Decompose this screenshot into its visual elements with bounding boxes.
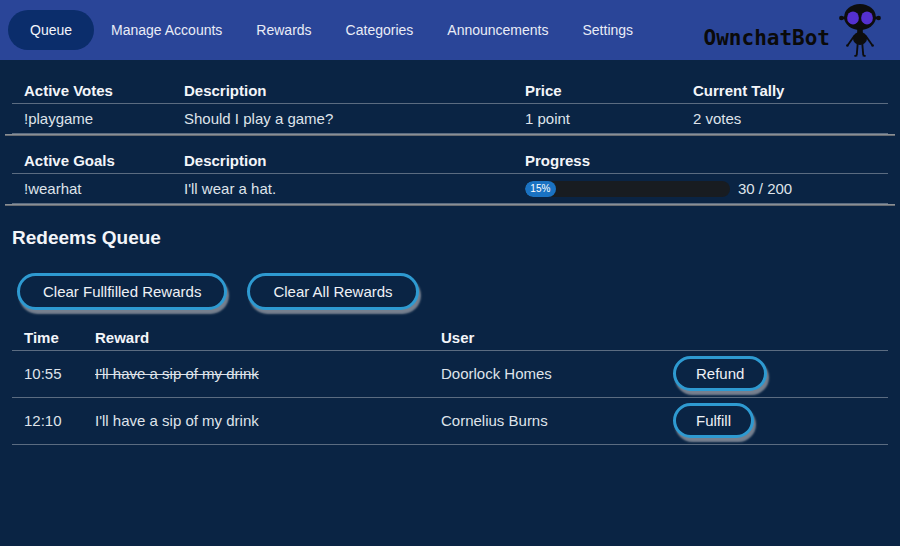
tab-categories[interactable]: Categories [329, 13, 431, 47]
refund-button[interactable]: Refund [673, 356, 767, 391]
redeem-user: Doorlock Homes [441, 350, 673, 397]
goals-header-progress: Progress [525, 149, 888, 174]
votes-header-tally: Current Tally [693, 78, 888, 103]
goal-progress-bar: 15% 30 / 200 [525, 180, 888, 197]
robot-mascot-icon [832, 2, 888, 60]
tab-rewards[interactable]: Rewards [239, 13, 328, 47]
tab-settings[interactable]: Settings [565, 13, 650, 47]
redeems-header-action [673, 325, 888, 350]
votes-header-command: Active Votes [12, 78, 184, 103]
brand-logo: OwnchatBot [704, 0, 888, 60]
redeems-actions: Clear Fullfilled Rewards Clear All Rewar… [17, 273, 900, 310]
progress-track: 15% [525, 181, 730, 197]
clear-fulfilled-rewards-button[interactable]: Clear Fullfilled Rewards [17, 273, 227, 310]
redeem-reward: I'll have a sip of my drink [95, 350, 441, 397]
redeems-header-reward: Reward [95, 325, 441, 350]
goals-header-command: Active Goals [12, 149, 184, 174]
active-votes-table: Active Votes Description Price Current T… [12, 78, 888, 134]
tab-manage-accounts[interactable]: Manage Accounts [94, 13, 239, 47]
vote-command: !playgame [12, 103, 184, 133]
goal-progress-cell: 15% 30 / 200 [525, 174, 888, 204]
votes-header-price: Price [525, 78, 693, 103]
section-divider [5, 204, 895, 206]
section-divider [5, 134, 895, 136]
table-row: 10:55 I'll have a sip of my drink Doorlo… [12, 350, 888, 397]
active-goals-table: Active Goals Description Progress !wearh… [12, 149, 888, 205]
table-row: !wearhat I'll wear a hat. 15% 30 / 200 [12, 174, 888, 204]
goal-progress-fill: 15% [525, 181, 556, 197]
goal-description: I'll wear a hat. [184, 174, 525, 204]
redeem-time: 10:55 [12, 350, 95, 397]
table-row: 12:10 I'll have a sip of my drink Cornel… [12, 397, 888, 444]
brand-wordmark: OwnchatBot [704, 26, 830, 50]
progress-count: 30 / 200 [738, 180, 792, 197]
redeem-user: Cornelius Burns [441, 397, 673, 444]
active-goals-header-row: Active Goals Description Progress [12, 149, 888, 174]
table-row: !playgame Should I play a game? 1 point … [12, 103, 888, 133]
active-votes-header-row: Active Votes Description Price Current T… [12, 78, 888, 103]
redeems-header-time: Time [12, 325, 95, 350]
redeems-header-row: Time Reward User [12, 325, 888, 350]
redeems-queue-table: Time Reward User 10:55 I'll have a sip o… [12, 325, 888, 445]
top-nav: Queue Manage Accounts Rewards Categories… [0, 0, 900, 60]
redeems-header-user: User [441, 325, 673, 350]
clear-all-rewards-button[interactable]: Clear All Rewards [247, 273, 418, 310]
goal-command: !wearhat [12, 174, 184, 204]
fulfill-button[interactable]: Fulfill [673, 403, 754, 438]
vote-tally: 2 votes [693, 103, 888, 133]
redeem-time: 12:10 [12, 397, 95, 444]
page-title: Redeems Queue [12, 227, 900, 249]
goals-header-description: Description [184, 149, 525, 174]
votes-header-description: Description [184, 78, 525, 103]
tab-queue[interactable]: Queue [8, 10, 94, 50]
redeem-reward: I'll have a sip of my drink [95, 397, 441, 444]
tab-announcements[interactable]: Announcements [430, 13, 565, 47]
vote-price: 1 point [525, 103, 693, 133]
vote-description: Should I play a game? [184, 103, 525, 133]
